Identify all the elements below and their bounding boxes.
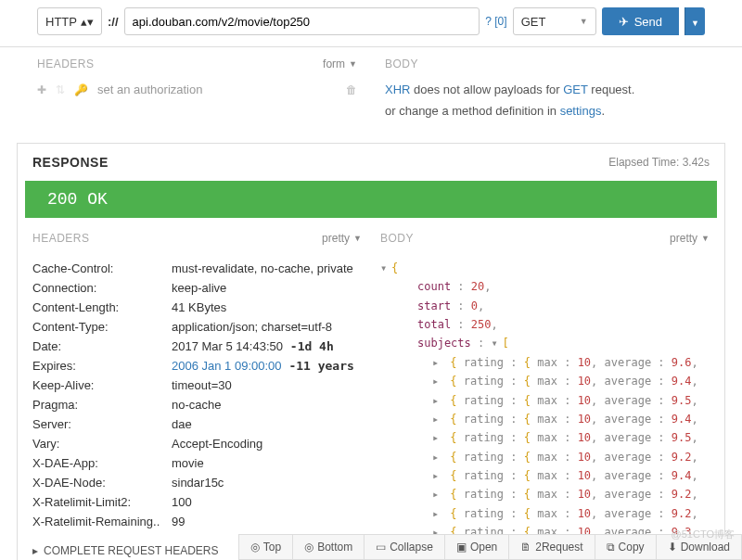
top-button[interactable]: ◎Top — [239, 535, 293, 559]
watermark: @51CTO博客 — [672, 528, 735, 541]
send-dropdown[interactable]: ▼ — [684, 7, 705, 35]
send-label: Send — [634, 15, 662, 29]
json-tree[interactable]: ▾{count : 20,start : 0,total : 250,subje… — [380, 259, 710, 560]
bottom-button[interactable]: ◎Bottom — [293, 535, 365, 559]
header-row: X-Ratelimit-Remaining..99 — [32, 512, 362, 531]
request-body-title: BODY — [385, 57, 418, 70]
request-headers-title: HEADERS — [37, 57, 95, 70]
header-row: X-Ratelimit-Limit2:100 — [32, 492, 362, 512]
response-body-mode[interactable]: pretty ▼ — [670, 232, 710, 245]
caret-icon: ▴▾ — [81, 15, 94, 29]
header-row: Content-Type:application/json; charset=u… — [32, 317, 362, 337]
response-body-title: BODY — [380, 232, 414, 245]
method-value: GET — [521, 15, 546, 29]
copy-icon: ⧉ — [607, 541, 615, 554]
key-icon: 🔑 — [74, 83, 88, 96]
headers-mode-toggle[interactable]: form ▼ — [323, 57, 357, 70]
protocol-select[interactable]: HTTP ▴▾ — [37, 7, 102, 35]
down-icon: ◎ — [304, 541, 313, 554]
header-row: Pragma:no-cache — [32, 395, 362, 414]
collapse-button[interactable]: ▭Collapse — [365, 535, 445, 559]
request-body-note: XHR does not allow payloads for GET requ… — [385, 79, 705, 122]
download-icon: ⬇ — [668, 541, 677, 554]
header-row: Date:2017 Mar 5 14:43:50 -1d 4h — [32, 337, 362, 356]
header-row: Cache-Control:must-revalidate, no-cache,… — [32, 259, 362, 278]
caret-icon: ▼ — [580, 17, 588, 26]
send-icon: ✈ — [619, 15, 629, 29]
collapse-icon: ▭ — [376, 541, 386, 554]
plus-icon[interactable]: ✚ — [37, 83, 46, 96]
response-headers-mode[interactable]: pretty ▼ — [322, 232, 362, 245]
scheme-separator: :// — [108, 15, 119, 29]
copy-button[interactable]: ⧉Copy — [595, 535, 657, 559]
caret-icon: ▼ — [701, 234, 710, 243]
caret-right-icon: ▸ — [32, 544, 38, 557]
header-row: X-DAE-Node:sindar15c — [32, 473, 362, 492]
header-row: Expires:2006 Jan 1 09:00:00 -11 years — [32, 356, 362, 375]
request-icon: 🗎 — [520, 541, 531, 554]
auth-text[interactable]: set an authorization — [97, 83, 337, 96]
header-row: Keep-Alive:timeout=30 — [32, 375, 362, 395]
response-toolbar: ◎Top ◎Bottom ▭Collapse ▣Open 🗎2Request ⧉… — [238, 534, 742, 560]
url-input[interactable] — [124, 7, 480, 35]
method-select[interactable]: GET ▼ — [513, 7, 596, 35]
up-icon: ◎ — [250, 541, 260, 554]
open-icon: ▣ — [456, 541, 467, 554]
caret-icon: ▼ — [353, 234, 362, 243]
to-request-button[interactable]: 🗎2Request — [509, 535, 595, 559]
trash-icon[interactable]: 🗑 — [346, 83, 357, 96]
response-headers-title: HEADERS — [32, 232, 90, 245]
response-title: RESPONSE — [32, 155, 109, 170]
response-panel: RESPONSE Elapsed Time: 3.42s 200 OK HEAD… — [17, 143, 725, 560]
header-row: Vary:Accept-Encoding — [32, 434, 362, 453]
open-button[interactable]: ▣Open — [445, 535, 509, 559]
header-row: Content-Length:41 KBytes — [32, 298, 362, 317]
url-help-link[interactable]: ? [0] — [485, 15, 506, 28]
caret-icon: ▼ — [691, 19, 699, 28]
caret-icon: ▼ — [349, 59, 357, 69]
protocol-value: HTTP — [45, 15, 77, 29]
header-row: X-DAE-App:movie — [32, 453, 362, 473]
send-button[interactable]: ✈ Send — [602, 7, 679, 35]
sort-icon[interactable]: ⇅ — [56, 83, 65, 96]
header-row: Connection:keep-alive — [32, 278, 362, 298]
status-bar: 200 OK — [25, 181, 717, 218]
header-row: Server:dae — [32, 414, 362, 434]
elapsed-time: Elapsed Time: 3.42s — [608, 156, 710, 169]
